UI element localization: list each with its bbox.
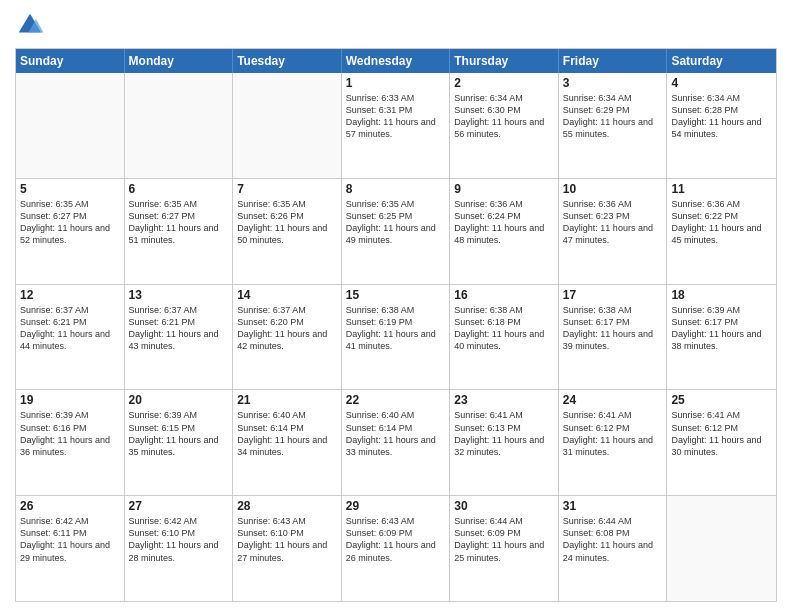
day-info: Sunrise: 6:33 AM Sunset: 6:31 PM Dayligh… [346,92,446,141]
calendar-row-2: 12Sunrise: 6:37 AM Sunset: 6:21 PM Dayli… [16,285,776,391]
day-cell-11: 11Sunrise: 6:36 AM Sunset: 6:22 PM Dayli… [667,179,776,284]
day-cell-10: 10Sunrise: 6:36 AM Sunset: 6:23 PM Dayli… [559,179,668,284]
day-cell-17: 17Sunrise: 6:38 AM Sunset: 6:17 PM Dayli… [559,285,668,390]
day-info: Sunrise: 6:35 AM Sunset: 6:27 PM Dayligh… [129,198,229,247]
day-number: 2 [454,76,554,90]
calendar: SundayMondayTuesdayWednesdayThursdayFrid… [15,48,777,602]
day-info: Sunrise: 6:41 AM Sunset: 6:12 PM Dayligh… [563,409,663,458]
day-info: Sunrise: 6:36 AM Sunset: 6:22 PM Dayligh… [671,198,772,247]
day-cell-6: 6Sunrise: 6:35 AM Sunset: 6:27 PM Daylig… [125,179,234,284]
day-number: 24 [563,393,663,407]
day-info: Sunrise: 6:44 AM Sunset: 6:09 PM Dayligh… [454,515,554,564]
day-number: 11 [671,182,772,196]
empty-cell [667,496,776,601]
day-cell-4: 4Sunrise: 6:34 AM Sunset: 6:28 PM Daylig… [667,73,776,178]
day-cell-9: 9Sunrise: 6:36 AM Sunset: 6:24 PM Daylig… [450,179,559,284]
day-info: Sunrise: 6:39 AM Sunset: 6:17 PM Dayligh… [671,304,772,353]
day-number: 4 [671,76,772,90]
day-cell-27: 27Sunrise: 6:42 AM Sunset: 6:10 PM Dayli… [125,496,234,601]
day-cell-8: 8Sunrise: 6:35 AM Sunset: 6:25 PM Daylig… [342,179,451,284]
day-cell-19: 19Sunrise: 6:39 AM Sunset: 6:16 PM Dayli… [16,390,125,495]
day-info: Sunrise: 6:34 AM Sunset: 6:30 PM Dayligh… [454,92,554,141]
day-cell-21: 21Sunrise: 6:40 AM Sunset: 6:14 PM Dayli… [233,390,342,495]
weekday-header-tuesday: Tuesday [233,49,342,73]
weekday-header-wednesday: Wednesday [342,49,451,73]
day-number: 29 [346,499,446,513]
logo-icon [15,10,45,40]
day-number: 27 [129,499,229,513]
day-cell-31: 31Sunrise: 6:44 AM Sunset: 6:08 PM Dayli… [559,496,668,601]
day-info: Sunrise: 6:36 AM Sunset: 6:23 PM Dayligh… [563,198,663,247]
day-info: Sunrise: 6:38 AM Sunset: 6:18 PM Dayligh… [454,304,554,353]
day-cell-26: 26Sunrise: 6:42 AM Sunset: 6:11 PM Dayli… [16,496,125,601]
day-number: 14 [237,288,337,302]
day-cell-29: 29Sunrise: 6:43 AM Sunset: 6:09 PM Dayli… [342,496,451,601]
day-info: Sunrise: 6:41 AM Sunset: 6:12 PM Dayligh… [671,409,772,458]
day-cell-13: 13Sunrise: 6:37 AM Sunset: 6:21 PM Dayli… [125,285,234,390]
day-cell-3: 3Sunrise: 6:34 AM Sunset: 6:29 PM Daylig… [559,73,668,178]
day-number: 1 [346,76,446,90]
day-cell-18: 18Sunrise: 6:39 AM Sunset: 6:17 PM Dayli… [667,285,776,390]
day-number: 6 [129,182,229,196]
day-number: 10 [563,182,663,196]
day-number: 28 [237,499,337,513]
day-cell-16: 16Sunrise: 6:38 AM Sunset: 6:18 PM Dayli… [450,285,559,390]
day-number: 5 [20,182,120,196]
day-info: Sunrise: 6:37 AM Sunset: 6:21 PM Dayligh… [129,304,229,353]
day-cell-20: 20Sunrise: 6:39 AM Sunset: 6:15 PM Dayli… [125,390,234,495]
day-info: Sunrise: 6:42 AM Sunset: 6:10 PM Dayligh… [129,515,229,564]
calendar-header: SundayMondayTuesdayWednesdayThursdayFrid… [16,49,776,73]
day-info: Sunrise: 6:35 AM Sunset: 6:25 PM Dayligh… [346,198,446,247]
day-cell-15: 15Sunrise: 6:38 AM Sunset: 6:19 PM Dayli… [342,285,451,390]
day-info: Sunrise: 6:34 AM Sunset: 6:29 PM Dayligh… [563,92,663,141]
day-number: 20 [129,393,229,407]
calendar-row-0: 1Sunrise: 6:33 AM Sunset: 6:31 PM Daylig… [16,73,776,179]
day-info: Sunrise: 6:38 AM Sunset: 6:17 PM Dayligh… [563,304,663,353]
calendar-row-4: 26Sunrise: 6:42 AM Sunset: 6:11 PM Dayli… [16,496,776,601]
day-number: 8 [346,182,446,196]
day-cell-5: 5Sunrise: 6:35 AM Sunset: 6:27 PM Daylig… [16,179,125,284]
day-number: 22 [346,393,446,407]
day-number: 21 [237,393,337,407]
weekday-header-sunday: Sunday [16,49,125,73]
weekday-header-friday: Friday [559,49,668,73]
day-cell-23: 23Sunrise: 6:41 AM Sunset: 6:13 PM Dayli… [450,390,559,495]
calendar-row-1: 5Sunrise: 6:35 AM Sunset: 6:27 PM Daylig… [16,179,776,285]
day-info: Sunrise: 6:40 AM Sunset: 6:14 PM Dayligh… [346,409,446,458]
day-number: 30 [454,499,554,513]
day-info: Sunrise: 6:37 AM Sunset: 6:21 PM Dayligh… [20,304,120,353]
weekday-header-monday: Monday [125,49,234,73]
day-cell-7: 7Sunrise: 6:35 AM Sunset: 6:26 PM Daylig… [233,179,342,284]
day-info: Sunrise: 6:43 AM Sunset: 6:10 PM Dayligh… [237,515,337,564]
header [15,10,777,40]
day-number: 23 [454,393,554,407]
day-info: Sunrise: 6:36 AM Sunset: 6:24 PM Dayligh… [454,198,554,247]
day-number: 7 [237,182,337,196]
day-number: 26 [20,499,120,513]
day-number: 31 [563,499,663,513]
page: SundayMondayTuesdayWednesdayThursdayFrid… [0,0,792,612]
day-number: 12 [20,288,120,302]
calendar-row-3: 19Sunrise: 6:39 AM Sunset: 6:16 PM Dayli… [16,390,776,496]
empty-cell [125,73,234,178]
day-number: 25 [671,393,772,407]
day-info: Sunrise: 6:39 AM Sunset: 6:15 PM Dayligh… [129,409,229,458]
day-cell-14: 14Sunrise: 6:37 AM Sunset: 6:20 PM Dayli… [233,285,342,390]
day-cell-12: 12Sunrise: 6:37 AM Sunset: 6:21 PM Dayli… [16,285,125,390]
day-number: 17 [563,288,663,302]
logo [15,10,49,40]
day-cell-28: 28Sunrise: 6:43 AM Sunset: 6:10 PM Dayli… [233,496,342,601]
day-number: 16 [454,288,554,302]
day-cell-1: 1Sunrise: 6:33 AM Sunset: 6:31 PM Daylig… [342,73,451,178]
day-info: Sunrise: 6:41 AM Sunset: 6:13 PM Dayligh… [454,409,554,458]
day-info: Sunrise: 6:35 AM Sunset: 6:26 PM Dayligh… [237,198,337,247]
day-cell-22: 22Sunrise: 6:40 AM Sunset: 6:14 PM Dayli… [342,390,451,495]
weekday-header-thursday: Thursday [450,49,559,73]
day-number: 3 [563,76,663,90]
day-info: Sunrise: 6:42 AM Sunset: 6:11 PM Dayligh… [20,515,120,564]
day-number: 9 [454,182,554,196]
day-number: 15 [346,288,446,302]
day-info: Sunrise: 6:39 AM Sunset: 6:16 PM Dayligh… [20,409,120,458]
day-info: Sunrise: 6:34 AM Sunset: 6:28 PM Dayligh… [671,92,772,141]
empty-cell [233,73,342,178]
